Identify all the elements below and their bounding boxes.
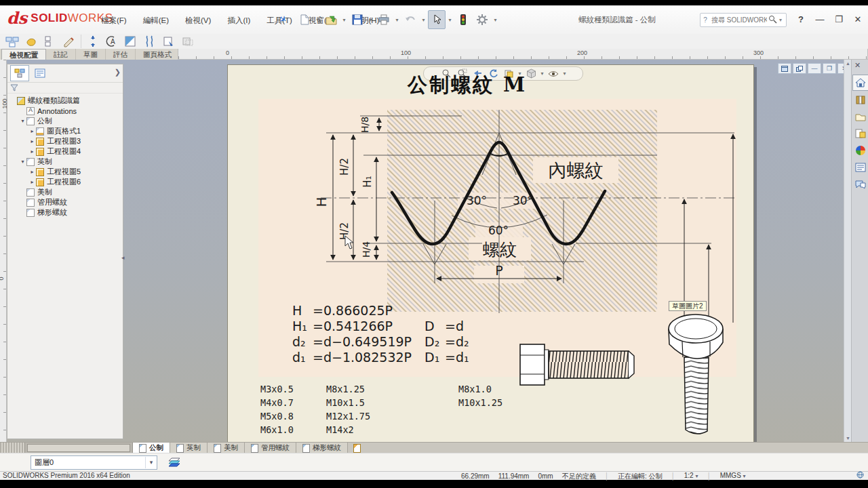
dropdown-caret-icon[interactable]: ▾ — [492, 17, 498, 23]
dropdown-caret-icon[interactable]: ▾ — [368, 17, 374, 23]
forum-button[interactable] — [852, 176, 868, 192]
vertical-break-button[interactable] — [83, 34, 102, 49]
viewport-new-window-button[interactable] — [793, 63, 806, 74]
panel-splitter-arrow[interactable]: ◂ — [121, 254, 125, 261]
break-view-button[interactable] — [140, 34, 159, 49]
dropdown-caret-icon[interactable]: ▾ — [394, 17, 400, 23]
tree-expander-icon[interactable]: ▸ — [28, 179, 36, 185]
viewport-maximize-button[interactable]: ❐ — [823, 63, 836, 74]
detail-view-button[interactable]: A — [102, 34, 121, 49]
rebuild-button[interactable] — [454, 10, 472, 29]
tree-expander-icon[interactable]: ▸ — [28, 148, 36, 155]
restore-button[interactable]: ❐ — [830, 12, 848, 27]
tree-item[interactable]: ▸ 工程視圖5 — [7, 167, 123, 177]
tree-item[interactable]: ▸ 工程視圖3 — [7, 136, 123, 146]
viewport-restore-window-button[interactable] — [778, 63, 791, 74]
drawing-sheet[interactable]: ▾ ▾ ▾ 公制螺紋 M — [227, 64, 754, 443]
design-library-button[interactable] — [852, 92, 868, 108]
search-caret-icon[interactable]: ▾ — [779, 17, 786, 23]
scroll-up-icon[interactable]: ▲ — [846, 61, 850, 66]
units-caret-icon[interactable]: ▾ — [743, 473, 746, 479]
projected-view-button[interactable] — [41, 34, 60, 49]
dropdown-caret-icon[interactable]: ▾ — [447, 17, 453, 23]
panel-collapse-chevron[interactable]: ❯ — [115, 68, 121, 77]
new-document-button[interactable] — [296, 10, 313, 29]
display-pane-tab[interactable] — [31, 65, 50, 81]
open-button[interactable] — [322, 10, 340, 29]
tree-item[interactable]: 梯形螺紋 — [7, 207, 123, 218]
resources-button[interactable] — [852, 75, 868, 91]
dropdown-caret-icon[interactable]: ▾ — [315, 17, 321, 23]
bolt-isometric-sketch[interactable] — [664, 304, 732, 439]
menu-item[interactable]: 檔案(F) — [95, 14, 133, 28]
sheet-tab[interactable]: 美制 — [208, 443, 245, 453]
bolt-side-view-sketch[interactable] — [518, 335, 637, 394]
menu-item[interactable]: 檢視(V) — [179, 14, 217, 28]
minimize-button[interactable]: — — [811, 12, 829, 27]
tree-item[interactable]: 管用螺紋 — [7, 197, 123, 207]
tree-item[interactable]: ▸ 工程視圖6 — [7, 177, 123, 187]
tree-expander-icon[interactable]: ▸ — [28, 128, 36, 134]
save-button[interactable] — [349, 10, 366, 29]
select-button[interactable] — [428, 10, 446, 29]
horizontal-scrollbar[interactable] — [25, 443, 133, 453]
sheet-tab[interactable]: 梯形螺紋 — [296, 443, 348, 453]
layer-properties-button[interactable] — [165, 454, 184, 470]
dropdown-caret-icon[interactable]: ▾ — [561, 70, 568, 77]
appearances-button[interactable] — [852, 142, 868, 159]
tree-item[interactable]: 美制 — [7, 187, 123, 197]
tree-expander-icon[interactable]: ▾ — [19, 159, 26, 165]
options-button[interactable] — [473, 10, 491, 29]
scrollbar-thumb[interactable] — [27, 444, 130, 452]
tree-expander-icon[interactable]: ▸ — [28, 138, 36, 144]
command-tab[interactable]: 檢視配置 — [1, 49, 46, 60]
help-button[interactable]: ? — [792, 12, 810, 27]
tree-item[interactable]: ▾ 英制 — [7, 157, 123, 167]
combo-caret-icon[interactable]: ▾ — [145, 457, 157, 468]
print-button[interactable] — [375, 10, 393, 29]
model-view-button[interactable] — [3, 34, 22, 49]
command-tab[interactable]: 圖頁格式 — [136, 49, 180, 60]
command-tab[interactable]: 註記 — [46, 49, 76, 60]
dropdown-caret-icon[interactable]: ▾ — [341, 17, 347, 23]
viewport-minimize-button[interactable]: — — [808, 63, 821, 74]
globe-icon[interactable] — [856, 471, 864, 480]
tree-item[interactable]: ▸ 圖頁格式1 — [7, 126, 123, 136]
tree-expander-icon[interactable]: ▸ — [28, 169, 36, 175]
task-pane-close-icon[interactable]: ✕ — [854, 61, 861, 70]
section-view-button[interactable] — [121, 34, 140, 49]
tree-expander-icon[interactable]: ▾ — [19, 118, 26, 124]
menu-item[interactable]: 編輯(E) — [137, 14, 175, 28]
dropdown-caret-icon[interactable]: ▾ — [420, 17, 427, 23]
alternate-position-button[interactable] — [178, 34, 197, 49]
scroll-down-icon[interactable]: ▼ — [846, 436, 850, 441]
tree-item[interactable]: ▸ 工程視圖4 — [7, 146, 123, 157]
auxiliary-view-button[interactable] — [60, 34, 79, 49]
search-icon[interactable] — [768, 15, 779, 25]
file-explorer-button[interactable] — [852, 108, 868, 125]
unit-system[interactable]: MMGS ▾ — [720, 472, 746, 481]
command-tab[interactable]: 評估 — [106, 49, 136, 60]
feature-tree-tab[interactable] — [10, 65, 29, 81]
undo-button[interactable] — [401, 10, 419, 29]
sheet-tab[interactable]: 公制 — [133, 443, 170, 453]
scale-caret-icon[interactable]: ▾ — [695, 473, 698, 479]
layer-combo-box[interactable]: 圖層0 ▾ — [31, 455, 157, 470]
standard-3-view-button[interactable] — [22, 34, 41, 49]
menu-item[interactable]: 插入(I) — [221, 14, 256, 28]
filter-funnel-icon[interactable] — [10, 84, 18, 92]
custom-properties-button[interactable] — [852, 159, 868, 176]
sheet-scale[interactable]: 1:2 ▾ — [684, 472, 698, 481]
view-palette-button[interactable] — [852, 125, 868, 142]
tree-item[interactable]: Annotations — [7, 106, 123, 116]
crop-view-button[interactable] — [159, 34, 178, 49]
command-tab[interactable]: 草圖 — [76, 49, 106, 60]
tab-bar-gripper[interactable] — [0, 443, 25, 453]
sheet-tab[interactable]: 管用螺紋 — [245, 443, 296, 453]
tree-item[interactable]: ▾ 公制 — [7, 116, 123, 126]
tree-item[interactable]: 螺紋種類認識篇 — [7, 96, 123, 106]
search-input[interactable] — [710, 16, 768, 24]
add-sheet-button[interactable] — [348, 443, 366, 453]
sheet-tab[interactable]: 英制 — [170, 443, 208, 453]
close-button[interactable]: ✕ — [849, 12, 867, 27]
